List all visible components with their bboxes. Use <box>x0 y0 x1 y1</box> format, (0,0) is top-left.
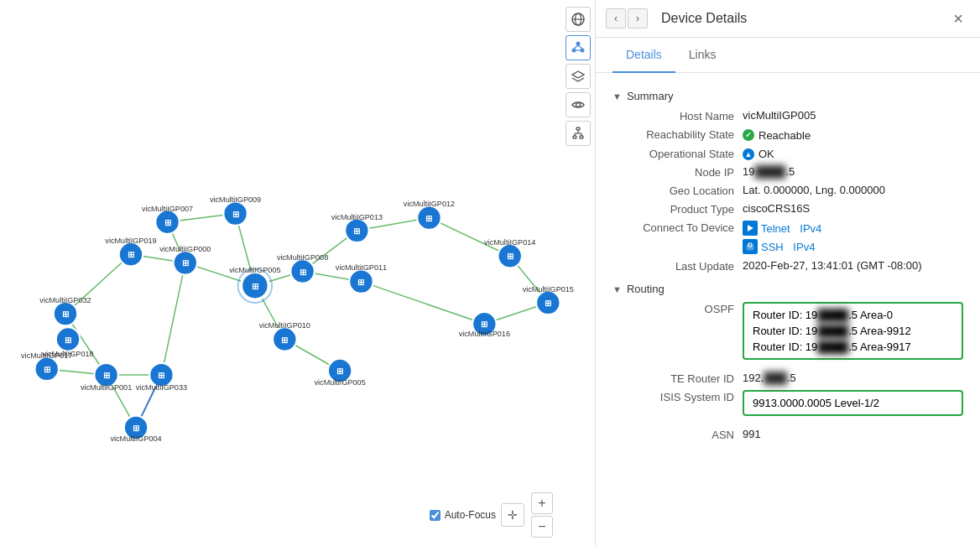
isis-box: 9913.0000.0005 Level-1/2 <box>743 390 963 416</box>
isis-value: 9913.0000.0005 Level-1/2 <box>753 397 879 409</box>
svg-text:⊞: ⊞ <box>281 335 288 345</box>
reachability-row: Reachability State ✓ Reachable <box>612 127 963 142</box>
ospf-blurred1: ████ <box>817 309 848 321</box>
operational-badge: ▲ OK <box>743 148 774 160</box>
svg-text:⊞: ⊞ <box>182 258 189 268</box>
svg-text:vicMultiIGP004: vicMultiIGP004 <box>110 434 161 443</box>
host-name-row: Host Name vicMultiIGP005 <box>612 109 963 122</box>
svg-text:vicMultiIGP017: vicMultiIGP017 <box>21 351 72 360</box>
product-type-row: Product Type ciscoCRS16S <box>612 202 963 216</box>
asn-value: 991 <box>743 428 963 440</box>
asn-label: ASN <box>612 428 734 441</box>
svg-text:vicMultiIGP000: vicMultiIGP000 <box>159 245 211 253</box>
operational-text: OK <box>758 148 774 160</box>
svg-text:⊞: ⊞ <box>252 282 258 291</box>
zoom-in-button[interactable]: + <box>531 492 553 514</box>
eye-icon[interactable] <box>566 92 591 117</box>
svg-text:⊞: ⊞ <box>545 299 551 308</box>
operational-label: Operational State <box>612 147 734 160</box>
summary-section-header[interactable]: ▼ Summary <box>612 90 963 102</box>
svg-rect-12 <box>573 136 576 138</box>
ospf-row1: Router ID: 19████.5 Area-0 <box>753 309 953 321</box>
ssh-icon <box>743 239 758 254</box>
svg-line-7 <box>578 45 582 49</box>
svg-line-30 <box>361 282 484 325</box>
routing-label: Routing <box>627 283 665 295</box>
connect-device-label: Connect To Device <box>612 221 734 234</box>
svg-line-6 <box>574 45 578 49</box>
summary-chevron: ▼ <box>612 91 622 101</box>
svg-text:vicMultiIGP009: vicMultiIGP009 <box>210 195 261 204</box>
svg-text:vicMultiIGP032: vicMultiIGP032 <box>39 296 91 304</box>
operational-dot: ▲ <box>743 148 754 160</box>
bottom-controls: Auto-Focus ✛ + − <box>430 492 553 538</box>
svg-text:⊞: ⊞ <box>164 218 171 227</box>
svg-text:vicMultiIGP005: vicMultiIGP005 <box>315 378 366 387</box>
svg-text:vicMultiIGP013: vicMultiIGP013 <box>331 213 383 221</box>
svg-marker-102 <box>748 225 753 231</box>
network-diagram[interactable]: vicMultiIGP007 vicMultiIGP009 vicMultiIG… <box>0 0 595 546</box>
node-ip-row: Node IP 19████.5 <box>612 165 963 179</box>
nav-forward-button[interactable]: › <box>628 8 648 29</box>
svg-text:vicMultiIGP019: vicMultiIGP019 <box>105 237 156 245</box>
panel-title: Device Details <box>661 11 747 26</box>
svg-text:⊞: ⊞ <box>44 365 50 374</box>
svg-text:⊞: ⊞ <box>425 214 432 223</box>
product-type-value: ciscoCRS16S <box>743 202 963 215</box>
geo-location-label: Geo Location <box>612 184 734 197</box>
last-update-row: Last Update 2020-Feb-27, 13:41:01 (GMT -… <box>612 259 963 273</box>
svg-marker-9 <box>572 71 584 78</box>
te-router-blurred: ███ <box>764 372 787 384</box>
svg-line-33 <box>65 254 131 314</box>
host-name-value: vicMultiIGP005 <box>743 109 963 122</box>
ssh-label[interactable]: SSH <box>761 241 784 253</box>
node-ip-blurred: ████ <box>754 165 785 178</box>
ospf-row: OSPF Router ID: 19████.5 Area-0 Router I… <box>612 302 963 367</box>
svg-text:⊞: ⊞ <box>507 252 513 261</box>
auto-focus-label[interactable]: Auto-Focus <box>430 509 496 521</box>
reachability-dot: ✓ <box>743 129 754 141</box>
connect-device-value: Telnet IPv4 SSH <box>743 221 963 254</box>
ssh-ipv4-link[interactable]: IPv4 <box>793 241 815 253</box>
globe-icon[interactable] <box>566 7 591 32</box>
te-router-value: 192.███.5 <box>743 372 963 384</box>
ospf-blurred2: ████ <box>817 325 848 337</box>
reachability-badge: ✓ Reachable <box>743 129 811 142</box>
telnet-ipv4-link[interactable]: IPv4 <box>800 222 821 235</box>
node-ip-value: 19████.5 <box>743 165 963 178</box>
zoom-controls: + − <box>531 492 553 538</box>
svg-text:⊞: ⊞ <box>103 371 110 380</box>
svg-text:⊞: ⊞ <box>65 335 71 345</box>
topology-icon[interactable] <box>566 35 591 60</box>
tab-details[interactable]: Details <box>612 38 675 73</box>
auto-focus-checkbox[interactable] <box>430 510 440 521</box>
routing-section-header[interactable]: ▼ Routing <box>612 283 963 295</box>
ospf-row2: Router ID: 19████.5 Area-9912 <box>753 325 953 337</box>
svg-text:vicMultiIGP014: vicMultiIGP014 <box>484 238 535 247</box>
routing-chevron: ▼ <box>612 284 622 294</box>
move-icon[interactable]: ✛ <box>501 503 524 527</box>
nav-back-button[interactable]: ‹ <box>606 8 626 29</box>
svg-text:vicMultiIGP015: vicMultiIGP015 <box>523 285 574 294</box>
network-panel: vicMultiIGP007 vicMultiIGP009 vicMultiIG… <box>0 0 596 546</box>
layers-icon[interactable] <box>566 64 591 89</box>
te-router-row: TE Router ID 192.███.5 <box>612 372 963 385</box>
tab-links[interactable]: Links <box>675 38 730 73</box>
svg-text:vicMultiIGP016: vicMultiIGP016 <box>459 330 510 338</box>
svg-text:⊞: ⊞ <box>158 371 164 380</box>
telnet-label[interactable]: Telnet <box>761 222 790 235</box>
hierarchy-icon[interactable] <box>566 121 591 146</box>
svg-point-4 <box>572 49 576 53</box>
host-name-label: Host Name <box>612 109 734 122</box>
close-button[interactable]: × <box>946 7 970 30</box>
svg-text:⊞: ⊞ <box>232 210 239 219</box>
svg-text:⊞: ⊞ <box>357 278 364 287</box>
svg-point-3 <box>576 42 581 46</box>
svg-rect-13 <box>580 136 583 138</box>
zoom-out-button[interactable]: − <box>531 516 553 538</box>
svg-point-5 <box>581 49 585 53</box>
svg-text:vicMultiIGP005: vicMultiIGP005 <box>229 266 280 274</box>
svg-rect-11 <box>576 127 580 130</box>
ospf-blurred3: ████ <box>817 341 848 353</box>
svg-text:vicMultiIGP007: vicMultiIGP007 <box>142 205 193 213</box>
